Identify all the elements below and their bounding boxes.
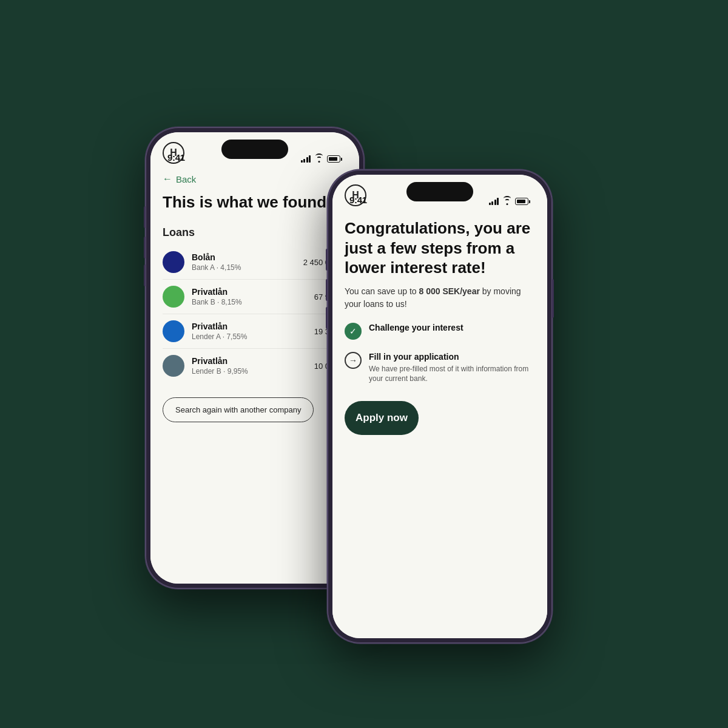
phone-2: 9:41 — [328, 170, 552, 643]
step-item-0: ✓ Challenge your interest — [345, 323, 535, 340]
step-desc-1: We have pre-filled most of it with infor… — [369, 364, 535, 385]
back-label: Back — [176, 174, 196, 184]
phones-container: 9:41 — [127, 91, 601, 637]
step-label-0: Challenge your interest — [369, 323, 535, 332]
signal-icon-2 — [489, 198, 499, 205]
savings-prefix: You can save up to — [345, 286, 419, 296]
status-icons-2 — [489, 198, 531, 205]
time-2: 9:41 — [349, 195, 367, 205]
wifi-icon-2 — [502, 198, 511, 205]
phone-2-screen: 9:41 — [332, 175, 547, 638]
phone-2-inner: 9:41 — [332, 175, 547, 638]
loan-info-1: Privatlån Bank B · 8,15% — [192, 287, 307, 306]
check-icon-circle: ✓ — [345, 323, 362, 340]
loan-sub-1: Bank B · 8,15% — [192, 298, 307, 306]
screen1-title: This is what we found — [163, 193, 347, 212]
wifi-icon-1 — [314, 155, 323, 163]
dynamic-island-1 — [221, 140, 288, 159]
loan-info-2: Privatlån Lender A · 7,55% — [192, 322, 307, 341]
checkmark-icon: ✓ — [349, 327, 357, 335]
apply-now-button[interactable]: Apply now — [345, 401, 419, 435]
time-1: 9:41 — [167, 152, 185, 163]
step-item-1: → Fill in your application We have pre-f… — [345, 352, 535, 385]
step-text-0: Challenge your interest — [369, 323, 535, 332]
loan-sub-3: Lender B · 9,95% — [192, 367, 307, 376]
battery-icon-2 — [515, 198, 530, 205]
arrow-icon-circle: → — [345, 352, 362, 369]
savings-highlight: 8 000 SEK/year — [419, 286, 479, 296]
step-text-1: Fill in your application We have pre-fil… — [369, 352, 535, 385]
loan-sub-0: Bank A · 4,15% — [192, 263, 296, 272]
loan-sub-2: Lender A · 7,55% — [192, 332, 307, 341]
back-link[interactable]: ← Back — [163, 174, 359, 184]
loan-dot-3 — [163, 355, 184, 377]
step-label-1: Fill in your application — [369, 352, 535, 362]
loan-dot-0 — [163, 251, 184, 273]
loan-dot-1 — [163, 286, 184, 308]
back-arrow-icon: ← — [163, 174, 172, 184]
screen2-title: Congratulations, you are just a few step… — [345, 218, 535, 278]
search-again-button[interactable]: Search again with another company — [163, 397, 314, 422]
arrow-right-icon: → — [349, 356, 357, 365]
signal-icon-1 — [301, 155, 311, 163]
loan-info-0: Bolån Bank A · 4,15% — [192, 252, 296, 272]
loans-section-label: Loans — [163, 226, 347, 239]
loan-info-3: Privatlån Lender B · 9,95% — [192, 356, 307, 376]
battery-icon-1 — [327, 155, 342, 163]
loan-dot-2 — [163, 320, 184, 342]
loan-name-2: Privatlån — [192, 322, 307, 331]
loan-name-1: Privatlån — [192, 287, 307, 297]
loan-name-3: Privatlån — [192, 356, 307, 366]
loan-name-0: Bolån — [192, 252, 296, 262]
savings-text: You can save up to 8 000 SEK/year by mov… — [345, 285, 535, 311]
dynamic-island-2 — [406, 182, 473, 201]
status-icons-1 — [301, 155, 343, 163]
